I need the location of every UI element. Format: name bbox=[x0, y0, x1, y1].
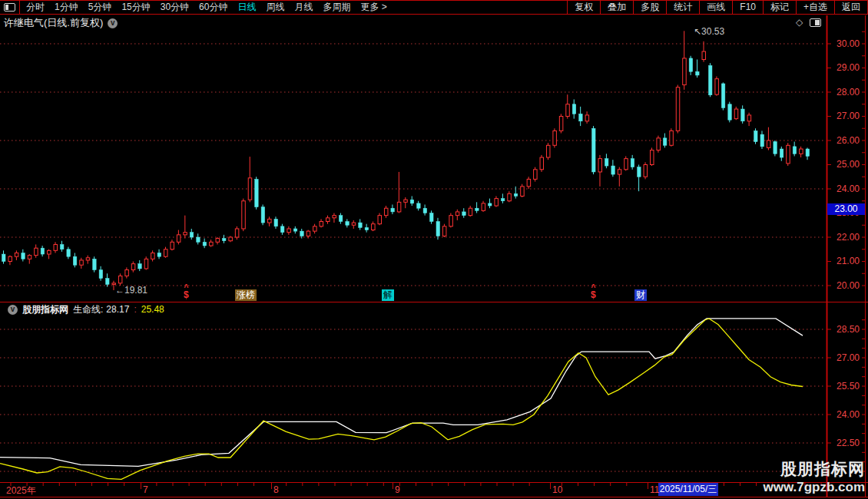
candle-body bbox=[333, 216, 336, 218]
candle-body bbox=[300, 231, 304, 236]
month-label: 8 bbox=[273, 484, 279, 495]
period-menu-item[interactable]: 月线 bbox=[294, 1, 313, 14]
candle-body bbox=[131, 264, 135, 270]
tool-menu-item[interactable]: F10 bbox=[732, 1, 763, 14]
period-menu-item[interactable]: 60分钟 bbox=[199, 1, 227, 14]
candle-body bbox=[171, 242, 174, 249]
sell-signal-icon[interactable]: ^$ bbox=[591, 289, 596, 300]
candle-body bbox=[384, 208, 388, 215]
main-price-label: 20.00 bbox=[831, 281, 865, 291]
month-label: 11 bbox=[650, 484, 659, 495]
indicator-source: 股朋指标网 bbox=[22, 303, 68, 316]
period-menu-item[interactable]: 1分钟 bbox=[55, 1, 78, 14]
page-title: 许继电气(日线.前复权) bbox=[4, 16, 103, 30]
tool-menu-item[interactable]: +自选 bbox=[796, 1, 834, 14]
candle-body bbox=[559, 117, 563, 131]
candle-body bbox=[540, 157, 544, 170]
candle-body bbox=[521, 187, 525, 197]
tool-menu-item[interactable]: 返回 bbox=[834, 1, 868, 14]
month-label: 7 bbox=[143, 484, 148, 495]
period-menu-item[interactable]: 5分钟 bbox=[88, 1, 112, 14]
candle-body bbox=[410, 200, 414, 203]
tool-menu-item[interactable]: 标记 bbox=[763, 1, 796, 14]
candle-body bbox=[216, 239, 220, 243]
watermark-url: www.7gpzb.com bbox=[763, 480, 865, 495]
chevron-down-icon[interactable]: v bbox=[8, 305, 18, 315]
candle-body bbox=[598, 159, 602, 172]
period-menu-item[interactable]: 分时 bbox=[26, 1, 45, 14]
candle-body bbox=[774, 142, 777, 154]
tool-menu-item[interactable]: 统计 bbox=[666, 1, 699, 14]
candle-body bbox=[728, 104, 732, 120]
candle-body bbox=[624, 159, 628, 170]
candle-body bbox=[99, 270, 103, 279]
caret-icon: ^ bbox=[184, 283, 189, 292]
candle-body bbox=[514, 193, 518, 196]
candle-body bbox=[430, 213, 434, 222]
candle-body bbox=[702, 51, 706, 59]
candle-body bbox=[125, 270, 129, 276]
event-signal-badge[interactable]: 涨榜 bbox=[235, 289, 257, 301]
candle-body bbox=[546, 145, 550, 157]
period-menu-item[interactable]: 更多 > bbox=[360, 1, 386, 14]
candle-body bbox=[54, 244, 58, 250]
candle-body bbox=[721, 84, 725, 108]
candle-body bbox=[638, 167, 641, 177]
candle-body bbox=[339, 216, 343, 222]
candle-body bbox=[326, 218, 330, 222]
candle-body bbox=[73, 256, 77, 265]
split-pane-icon[interactable] bbox=[810, 18, 821, 27]
candle-body bbox=[651, 150, 654, 165]
candle-body bbox=[566, 104, 570, 117]
caret-icon: ^ bbox=[591, 283, 596, 292]
split-pane-icon[interactable] bbox=[4, 3, 15, 12]
period-menu-item[interactable]: 日线 bbox=[237, 1, 256, 14]
tool-menu-item[interactable]: 复权 bbox=[567, 1, 600, 14]
candle-body bbox=[261, 207, 265, 223]
main-price-label: 26.00 bbox=[831, 136, 865, 146]
last-date-badge: 2025/11/05/三 bbox=[658, 483, 718, 496]
main-price-label: 24.00 bbox=[831, 184, 865, 194]
candle-body bbox=[203, 242, 207, 246]
candle-body bbox=[747, 115, 751, 121]
candle-body bbox=[475, 208, 479, 210]
candle-body bbox=[190, 233, 194, 237]
candle-body bbox=[138, 264, 142, 269]
indicator-line-white bbox=[0, 319, 803, 466]
event-signal-badge[interactable]: 财 bbox=[634, 289, 647, 301]
period-menu-item[interactable]: 15分钟 bbox=[121, 1, 150, 14]
candle-body bbox=[346, 222, 350, 226]
candle-body bbox=[22, 253, 25, 259]
diamond-icon[interactable]: ◇ bbox=[796, 17, 803, 28]
main-price-label: 29.00 bbox=[831, 63, 865, 73]
sub-price-label: 28.50 bbox=[831, 325, 865, 335]
candle-body bbox=[708, 65, 712, 94]
candle-body bbox=[404, 200, 408, 202]
candle-body bbox=[80, 260, 84, 265]
period-menu-item[interactable]: 多周期 bbox=[323, 1, 350, 14]
chart-canvas[interactable] bbox=[0, 0, 868, 499]
candle-body bbox=[41, 248, 45, 254]
tool-menu-item[interactable]: 画线 bbox=[699, 1, 732, 14]
period-menu-item[interactable]: 30分钟 bbox=[161, 1, 189, 14]
period-menu-item[interactable]: 周线 bbox=[266, 1, 284, 14]
candle-body bbox=[670, 131, 674, 145]
period-menu: 分时1分钟5分钟15分钟30分钟60分钟日线周线月线多周期更多 > bbox=[26, 1, 387, 14]
candle-body bbox=[631, 159, 634, 167]
candle-body bbox=[274, 219, 278, 226]
candle-body bbox=[780, 149, 784, 157]
candle-body bbox=[144, 259, 148, 269]
candle-body bbox=[462, 212, 466, 216]
candle-body bbox=[248, 178, 252, 200]
candle-body bbox=[663, 138, 667, 145]
event-signal-badge[interactable]: 解 bbox=[382, 289, 394, 301]
candle-body bbox=[235, 229, 239, 237]
candle-body bbox=[352, 223, 356, 225]
tool-menu-item[interactable]: 多股 bbox=[633, 1, 666, 14]
candle-body bbox=[689, 58, 693, 71]
chevron-down-icon[interactable]: v bbox=[108, 18, 118, 28]
tool-menu-item[interactable]: 叠加 bbox=[600, 1, 633, 14]
candle-body bbox=[696, 71, 700, 75]
sell-signal-icon[interactable]: ^$ bbox=[184, 289, 189, 300]
candle-body bbox=[255, 179, 259, 207]
